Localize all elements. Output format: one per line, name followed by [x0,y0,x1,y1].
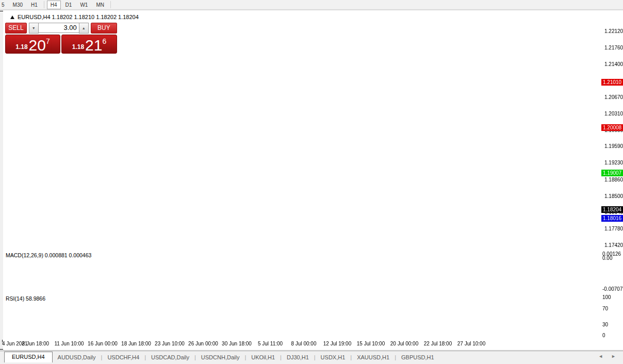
time-tick-label: 15 Jul 10:00 [357,341,385,346]
indicator-axis-label: 0.00 [602,255,612,261]
timeframe-button-h1[interactable]: H1 [27,1,41,9]
price-tick-label: 1.22120 [604,28,623,34]
price-tick-label: 1.21400 [604,61,623,67]
toolbar-separator [110,1,111,8]
collapse-panel-triangle-icon[interactable] [10,15,14,19]
volume-decrease-button[interactable]: ▼ [29,23,39,34]
macd-indicator-label: MACD(12,26,9) 0.000881 0.000463 [6,252,91,258]
buy-price-prefix: 1.18 [72,43,84,51]
price-tick-label: 1.19230 [604,160,623,166]
time-tick-label: 23 Jun 10:00 [155,341,185,346]
price-tick-label: 1.17420 [604,242,623,248]
volume-increase-button[interactable]: ▲ [79,23,89,34]
indicator-axis-label: 0 [602,333,605,338]
indicator-axis-label: 100 [602,294,611,300]
one-click-trading-panel: SELL ▼ 3.00 ▲ BUY 1.18 20 7 1.18 21 6 [5,23,117,52]
chart-tab-usdcad[interactable]: USDCAD,Daily [146,353,194,362]
time-tick-label: 12 Jul 19:00 [323,341,352,346]
price-tick-label: 1.18860 [604,177,623,183]
time-tick-label: 26 Jun 00:00 [188,341,218,346]
buy-price-button[interactable]: 1.18 21 6 [61,35,117,54]
time-tick-label: 16 Jun 00:00 [88,341,118,346]
toolbar-separator [44,1,44,8]
time-tick-label: 11 Jun 10:00 [54,341,84,346]
timeframe-button-d1[interactable]: D1 [62,1,76,9]
sell-button[interactable]: SELL [5,23,27,34]
application-window: 5M30H1H4D1W1MN EURUSD,H4 1.18202 1.18210… [0,0,623,364]
buy-button[interactable]: BUY [91,23,117,34]
rsi-indicator-label: RSI(14) 58.9866 [6,295,45,302]
tabs-scroll-left-icon[interactable]: ◄ [598,354,603,359]
chart-tab-gbpusd[interactable]: GBPUSD,H1 [396,353,439,362]
time-tick-label: 5 Jul 11:00 [258,341,283,346]
indicator-axis-label: 70 [602,306,608,311]
price-tick-label: 1.20310 [604,111,623,117]
price-level-badge: 1.20008 [601,124,623,131]
chart-tab-usdchf[interactable]: USDCHF,H4 [102,353,144,362]
chart-tab-usdcnh[interactable]: USDCNH,Daily [196,353,245,362]
price-level-badge: 1.18016 [601,215,623,222]
price-tick-label: 1.19590 [604,143,623,149]
buy-price-pip-digit: 6 [102,38,106,45]
sell-price-big-digits: 20 [29,39,46,52]
sell-price-prefix: 1.18 [15,43,27,51]
chart-tab-eurusd[interactable]: EURUSD,H4 [4,352,53,362]
chart-tab-audusd[interactable]: AUDUSD,Daily [53,353,101,362]
indicator-axis-label: -0.00707 [602,286,622,292]
tabs-scroll-right-icon[interactable]: ► [611,354,616,359]
timeframe-button-mn[interactable]: MN [92,1,108,9]
volume-input[interactable]: 3.00 [39,23,79,33]
time-tick-label: 18 Jun 18:00 [121,341,151,346]
price-level-badge: 1.19007 [601,170,623,176]
price-tick-label: 1.21760 [604,45,623,51]
price-tick-label: 1.18500 [604,193,623,199]
chart-tab-bar: EURUSD,H4AUDUSD,Daily|USDCHF,H4|USDCAD,D… [0,351,623,362]
timeframe-button-5[interactable]: 5 [0,1,8,9]
time-tick-label: 27 Jul 10:00 [457,341,486,346]
chart-tab-ukoil[interactable]: UKOil,H1 [246,353,280,362]
price-tick-label: 1.17780 [604,226,623,231]
indicator-axis-label: 30 [602,322,608,327]
time-tick-label: 8 Jul 00:00 [291,341,317,346]
time-tick-label: 22 Jul 18:00 [424,341,452,346]
price-level-badge: 1.21010 [601,79,623,86]
buy-price-big-digits: 21 [85,39,102,52]
time-tick-label: 20 Jul 00:00 [390,341,419,346]
chart-title-text: EURUSD,H4 1.18202 1.18210 1.18202 1.1820… [18,14,139,20]
sell-price-pip-digit: 7 [46,38,50,45]
time-tick-label: 8 Jun 18:00 [22,341,49,346]
chart-window [3,11,623,350]
timeframe-button-w1[interactable]: W1 [76,1,91,9]
timeframe-toolbar: 5M30H1H4D1W1MN [0,0,623,10]
chart-tab-dj30[interactable]: DJ30,H1 [282,353,314,362]
chart-ohlc-title: EURUSD,H4 1.18202 1.18210 1.18202 1.1820… [10,14,139,20]
chart-tab-usdx[interactable]: USDX,H1 [316,353,351,362]
price-tick-label: 1.20670 [604,94,623,100]
sell-price-button[interactable]: 1.18 20 7 [5,35,60,54]
price-level-badge: 1.18204 [601,206,623,213]
chart-tab-xauusd[interactable]: XAUUSD,H1 [352,353,395,362]
time-tick-label: 30 Jun 18:00 [222,341,252,346]
timeframe-button-h4[interactable]: H4 [47,1,61,9]
timeframe-button-m30[interactable]: M30 [9,1,26,9]
